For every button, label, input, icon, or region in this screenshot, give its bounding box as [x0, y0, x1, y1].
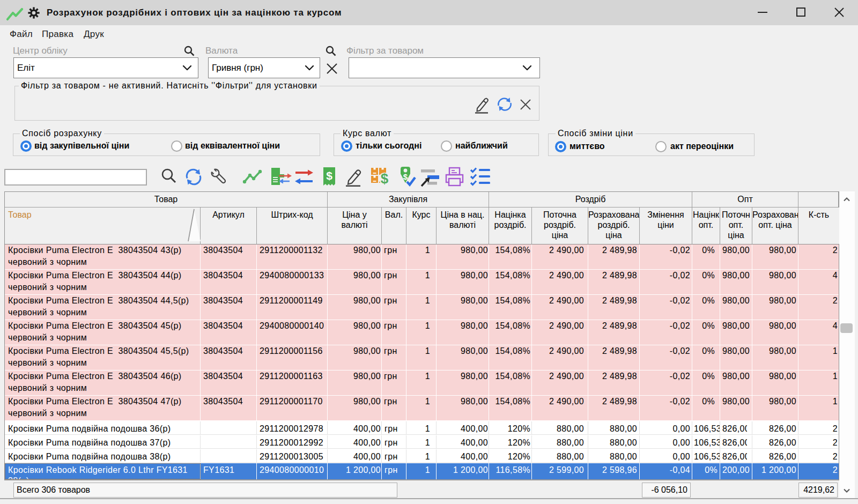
svg-text:$: $ [326, 169, 332, 182]
svg-text:$: $ [403, 172, 408, 181]
svg-text:$: $ [381, 171, 389, 187]
